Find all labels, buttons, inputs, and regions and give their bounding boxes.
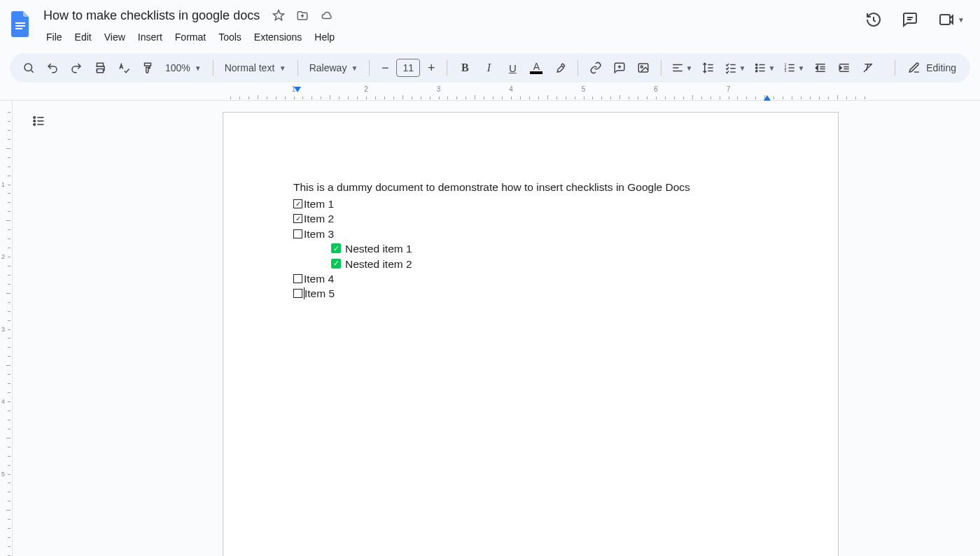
menu-help[interactable]: Help bbox=[309, 29, 340, 45]
svg-point-5 bbox=[24, 64, 32, 71]
checklist-item-text[interactable]: Item 1 bbox=[304, 197, 334, 211]
svg-point-43 bbox=[34, 117, 36, 119]
document-page[interactable]: This is a dummy document to demonstrate … bbox=[223, 112, 839, 556]
svg-point-44 bbox=[34, 120, 36, 122]
menu-file[interactable]: File bbox=[41, 29, 68, 45]
checklist-item-text[interactable]: Item 2 bbox=[304, 211, 334, 226]
comments-icon[interactable] bbox=[902, 11, 918, 28]
star-icon[interactable] bbox=[272, 9, 285, 22]
svg-line-6 bbox=[31, 70, 33, 72]
checkbox-unchecked-icon[interactable] bbox=[293, 274, 302, 283]
decrease-indent-icon[interactable] bbox=[810, 57, 831, 78]
insert-link-icon[interactable] bbox=[585, 57, 606, 78]
align-icon[interactable]: ▼ bbox=[668, 57, 695, 78]
menu-edit[interactable]: Edit bbox=[69, 29, 97, 45]
menu-insert[interactable]: Insert bbox=[132, 29, 168, 45]
bulleted-list-icon[interactable]: ▼ bbox=[751, 57, 778, 78]
svg-point-23 bbox=[756, 67, 757, 69]
caret-down-icon: ▼ bbox=[958, 16, 965, 24]
italic-icon[interactable]: I bbox=[478, 57, 499, 78]
checklist-item-text[interactable]: Nested item 2 bbox=[345, 257, 412, 271]
checklist-item[interactable]: ✓Nested item 2 bbox=[293, 257, 768, 271]
checklist-item-text[interactable]: Item 3 bbox=[304, 227, 334, 241]
checklist-item[interactable]: ✓Item 2 bbox=[293, 211, 768, 226]
add-comment-icon[interactable] bbox=[609, 57, 630, 78]
svg-rect-0 bbox=[15, 22, 25, 24]
meet-icon[interactable]: ▼ bbox=[938, 11, 965, 28]
line-spacing-icon[interactable] bbox=[698, 57, 719, 78]
checklist-item[interactable]: Item 4 bbox=[293, 271, 768, 286]
svg-rect-2 bbox=[15, 28, 22, 29]
increase-indent-icon[interactable] bbox=[834, 57, 855, 78]
toolbar: 100%▼ Normal text▼ Raleway▼ − 11 + B I U… bbox=[10, 53, 970, 83]
checkbox-checked-icon[interactable]: ✓ bbox=[293, 199, 302, 208]
checkbox-checked-icon[interactable]: ✓ bbox=[331, 243, 341, 253]
document-outline-icon[interactable] bbox=[28, 111, 49, 131]
menu-bar: FileEditViewInsertFormatToolsExtensionsH… bbox=[41, 27, 865, 48]
undo-icon[interactable] bbox=[42, 57, 63, 78]
checkbox-checked-icon[interactable]: ✓ bbox=[331, 259, 341, 269]
history-icon[interactable] bbox=[865, 11, 882, 28]
checklist-item[interactable]: Item 3 bbox=[293, 227, 768, 241]
svg-rect-8 bbox=[97, 69, 104, 73]
insert-image-icon[interactable] bbox=[633, 57, 654, 78]
menu-tools[interactable]: Tools bbox=[213, 29, 247, 45]
horizontal-ruler[interactable]: 1234567 bbox=[0, 85, 980, 101]
menu-format[interactable]: Format bbox=[169, 29, 211, 45]
checklist-item[interactable]: ✓Nested item 1 bbox=[293, 241, 768, 256]
checklist-item-text[interactable]: Item 5 bbox=[304, 286, 335, 301]
cloud-status-icon[interactable] bbox=[320, 9, 334, 22]
highlight-icon[interactable] bbox=[550, 57, 570, 78]
checklist-icon[interactable]: ▼ bbox=[722, 57, 748, 78]
svg-text:3: 3 bbox=[785, 69, 787, 73]
svg-rect-1 bbox=[15, 25, 25, 27]
search-menus-icon[interactable] bbox=[18, 57, 39, 78]
move-icon[interactable] bbox=[296, 9, 309, 22]
increase-font-size[interactable]: + bbox=[423, 61, 440, 76]
editing-mode-select[interactable]: Editing bbox=[885, 57, 962, 78]
checklist-item[interactable]: Item 5 bbox=[293, 286, 768, 301]
text-color-icon[interactable]: A bbox=[526, 57, 547, 78]
paint-format-icon[interactable] bbox=[137, 57, 158, 78]
checklist-item-text[interactable]: Nested item 1 bbox=[345, 241, 412, 256]
svg-point-45 bbox=[34, 124, 36, 126]
svg-point-22 bbox=[756, 64, 757, 65]
font-size-input[interactable]: 11 bbox=[396, 59, 420, 77]
svg-point-24 bbox=[756, 70, 757, 71]
clear-formatting-icon[interactable] bbox=[858, 57, 878, 78]
checkbox-unchecked-icon[interactable] bbox=[293, 229, 302, 238]
docs-logo[interactable] bbox=[8, 8, 34, 39]
numbered-list-icon[interactable]: 123▼ bbox=[780, 57, 807, 78]
redo-icon[interactable] bbox=[66, 57, 87, 78]
checklist-item-text[interactable]: Item 4 bbox=[304, 271, 334, 286]
intro-text[interactable]: This is a dummy document to demonstrate … bbox=[293, 181, 768, 194]
zoom-select[interactable]: 100%▼ bbox=[161, 59, 206, 76]
menu-view[interactable]: View bbox=[99, 29, 131, 45]
checklist-item[interactable]: ✓Item 1 bbox=[293, 197, 768, 211]
document-title[interactable]: How to make checklists in google docs bbox=[41, 7, 262, 24]
vertical-ruler[interactable]: 12345 bbox=[0, 101, 13, 556]
checkbox-unchecked-icon[interactable] bbox=[293, 289, 302, 298]
checkbox-checked-icon[interactable]: ✓ bbox=[293, 214, 302, 223]
underline-icon[interactable]: U bbox=[502, 57, 523, 78]
decrease-font-size[interactable]: − bbox=[377, 61, 393, 76]
spellcheck-icon[interactable] bbox=[113, 57, 134, 78]
paragraph-style-select[interactable]: Normal text▼ bbox=[220, 59, 290, 76]
print-icon[interactable] bbox=[90, 57, 111, 78]
svg-point-12 bbox=[641, 66, 643, 68]
bold-icon[interactable]: B bbox=[454, 57, 475, 78]
font-select[interactable]: Raleway▼ bbox=[305, 59, 363, 76]
menu-extensions[interactable]: Extensions bbox=[248, 29, 307, 45]
